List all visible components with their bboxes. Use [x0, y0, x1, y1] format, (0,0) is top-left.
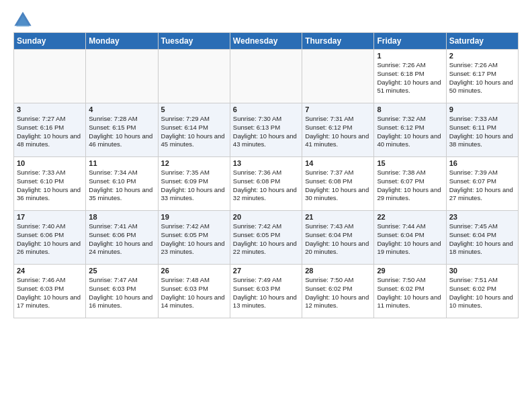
calendar-cell: 9Sunrise: 7:33 AM Sunset: 6:11 PM Daylig…	[446, 103, 518, 157]
day-info: Sunrise: 7:40 AM Sunset: 6:06 PM Dayligh…	[17, 222, 83, 257]
calendar-cell: 23Sunrise: 7:45 AM Sunset: 6:04 PM Dayli…	[446, 211, 518, 265]
calendar-cell	[158, 50, 230, 103]
day-info: Sunrise: 7:29 AM Sunset: 6:14 PM Dayligh…	[161, 115, 227, 149]
calendar-cell: 18Sunrise: 7:41 AM Sunset: 6:06 PM Dayli…	[86, 211, 158, 265]
day-info: Sunrise: 7:44 AM Sunset: 6:04 PM Dayligh…	[377, 222, 443, 257]
calendar-cell: 15Sunrise: 7:38 AM Sunset: 6:07 PM Dayli…	[374, 157, 446, 211]
day-number: 1	[377, 52, 443, 60]
day-number: 13	[233, 159, 299, 167]
day-number: 25	[89, 267, 154, 275]
day-number: 5	[161, 105, 227, 113]
day-number: 30	[449, 267, 515, 275]
calendar-cell: 28Sunrise: 7:50 AM Sunset: 6:02 PM Dayli…	[302, 265, 374, 318]
weekday-header-thursday: Thursday	[302, 33, 374, 50]
day-number: 2	[449, 52, 515, 60]
day-info: Sunrise: 7:47 AM Sunset: 6:03 PM Dayligh…	[89, 276, 154, 310]
calendar-cell: 22Sunrise: 7:44 AM Sunset: 6:04 PM Dayli…	[374, 211, 446, 265]
calendar-cell: 13Sunrise: 7:36 AM Sunset: 6:08 PM Dayli…	[230, 157, 302, 211]
day-info: Sunrise: 7:28 AM Sunset: 6:15 PM Dayligh…	[89, 115, 154, 149]
day-info: Sunrise: 7:50 AM Sunset: 6:02 PM Dayligh…	[377, 276, 443, 310]
calendar-cell: 8Sunrise: 7:32 AM Sunset: 6:12 PM Daylig…	[374, 103, 446, 157]
day-number: 7	[305, 105, 371, 113]
calendar-cell: 5Sunrise: 7:29 AM Sunset: 6:14 PM Daylig…	[158, 103, 230, 157]
weekday-header-sunday: Sunday	[14, 33, 86, 50]
day-number: 8	[377, 105, 443, 113]
day-info: Sunrise: 7:26 AM Sunset: 6:18 PM Dayligh…	[377, 61, 443, 95]
day-info: Sunrise: 7:36 AM Sunset: 6:08 PM Dayligh…	[233, 169, 299, 203]
day-number: 27	[233, 267, 299, 275]
calendar-cell: 25Sunrise: 7:47 AM Sunset: 6:03 PM Dayli…	[86, 265, 158, 318]
day-number: 24	[17, 267, 83, 275]
page: SundayMondayTuesdayWednesdayThursdayFrid…	[0, 0, 532, 325]
weekday-header-wednesday: Wednesday	[230, 33, 302, 50]
day-info: Sunrise: 7:48 AM Sunset: 6:03 PM Dayligh…	[161, 276, 227, 310]
day-number: 19	[161, 213, 227, 221]
day-number: 22	[377, 213, 443, 221]
day-number: 12	[161, 159, 227, 167]
day-info: Sunrise: 7:46 AM Sunset: 6:03 PM Dayligh…	[17, 276, 83, 310]
day-info: Sunrise: 7:30 AM Sunset: 6:13 PM Dayligh…	[233, 115, 299, 149]
day-info: Sunrise: 7:37 AM Sunset: 6:08 PM Dayligh…	[305, 169, 371, 203]
logo-icon	[13, 11, 32, 30]
calendar-cell: 16Sunrise: 7:39 AM Sunset: 6:07 PM Dayli…	[446, 157, 518, 211]
day-number: 14	[305, 159, 371, 167]
day-number: 21	[305, 213, 371, 221]
week-row-5: 24Sunrise: 7:46 AM Sunset: 6:03 PM Dayli…	[14, 265, 519, 318]
day-number: 17	[17, 213, 83, 221]
day-info: Sunrise: 7:49 AM Sunset: 6:03 PM Dayligh…	[233, 276, 299, 310]
calendar-cell: 14Sunrise: 7:37 AM Sunset: 6:08 PM Dayli…	[302, 157, 374, 211]
week-row-4: 17Sunrise: 7:40 AM Sunset: 6:06 PM Dayli…	[14, 211, 519, 265]
header	[13, 11, 519, 30]
day-info: Sunrise: 7:51 AM Sunset: 6:02 PM Dayligh…	[449, 276, 515, 310]
calendar-cell: 17Sunrise: 7:40 AM Sunset: 6:06 PM Dayli…	[14, 211, 86, 265]
day-info: Sunrise: 7:45 AM Sunset: 6:04 PM Dayligh…	[449, 222, 515, 257]
weekday-header-friday: Friday	[374, 33, 446, 50]
day-number: 23	[449, 213, 515, 221]
day-info: Sunrise: 7:33 AM Sunset: 6:11 PM Dayligh…	[449, 115, 515, 149]
day-info: Sunrise: 7:32 AM Sunset: 6:12 PM Dayligh…	[377, 115, 443, 149]
calendar-cell: 4Sunrise: 7:28 AM Sunset: 6:15 PM Daylig…	[86, 103, 158, 157]
day-number: 3	[17, 105, 83, 113]
week-row-2: 3Sunrise: 7:27 AM Sunset: 6:16 PM Daylig…	[14, 103, 519, 157]
weekday-header-row: SundayMondayTuesdayWednesdayThursdayFrid…	[14, 33, 519, 50]
day-number: 6	[233, 105, 299, 113]
day-number: 20	[233, 213, 299, 221]
calendar-cell: 2Sunrise: 7:26 AM Sunset: 6:17 PM Daylig…	[446, 50, 518, 103]
calendar-cell: 20Sunrise: 7:42 AM Sunset: 6:05 PM Dayli…	[230, 211, 302, 265]
calendar-cell: 6Sunrise: 7:30 AM Sunset: 6:13 PM Daylig…	[230, 103, 302, 157]
weekday-header-tuesday: Tuesday	[158, 33, 230, 50]
calendar-table: SundayMondayTuesdayWednesdayThursdayFrid…	[13, 32, 519, 318]
day-info: Sunrise: 7:42 AM Sunset: 6:05 PM Dayligh…	[233, 222, 299, 257]
week-row-3: 10Sunrise: 7:33 AM Sunset: 6:10 PM Dayli…	[14, 157, 519, 211]
weekday-header-saturday: Saturday	[446, 33, 518, 50]
day-number: 26	[161, 267, 227, 275]
calendar-cell: 21Sunrise: 7:43 AM Sunset: 6:04 PM Dayli…	[302, 211, 374, 265]
calendar-cell	[86, 50, 158, 103]
calendar-cell	[230, 50, 302, 103]
day-info: Sunrise: 7:42 AM Sunset: 6:05 PM Dayligh…	[161, 222, 227, 257]
day-info: Sunrise: 7:31 AM Sunset: 6:12 PM Dayligh…	[305, 115, 371, 149]
day-number: 11	[89, 159, 154, 167]
calendar-cell	[302, 50, 374, 103]
calendar-cell: 24Sunrise: 7:46 AM Sunset: 6:03 PM Dayli…	[14, 265, 86, 318]
day-number: 15	[377, 159, 443, 167]
day-number: 18	[89, 213, 154, 221]
day-number: 9	[449, 105, 515, 113]
calendar-cell: 30Sunrise: 7:51 AM Sunset: 6:02 PM Dayli…	[446, 265, 518, 318]
day-number: 10	[17, 159, 83, 167]
day-number: 16	[449, 159, 515, 167]
day-info: Sunrise: 7:34 AM Sunset: 6:10 PM Dayligh…	[89, 169, 154, 203]
calendar-cell: 27Sunrise: 7:49 AM Sunset: 6:03 PM Dayli…	[230, 265, 302, 318]
calendar-cell: 26Sunrise: 7:48 AM Sunset: 6:03 PM Dayli…	[158, 265, 230, 318]
day-info: Sunrise: 7:26 AM Sunset: 6:17 PM Dayligh…	[449, 61, 515, 95]
day-info: Sunrise: 7:33 AM Sunset: 6:10 PM Dayligh…	[17, 169, 83, 203]
day-info: Sunrise: 7:39 AM Sunset: 6:07 PM Dayligh…	[449, 169, 515, 203]
day-info: Sunrise: 7:50 AM Sunset: 6:02 PM Dayligh…	[305, 276, 371, 310]
calendar-cell: 10Sunrise: 7:33 AM Sunset: 6:10 PM Dayli…	[14, 157, 86, 211]
day-info: Sunrise: 7:27 AM Sunset: 6:16 PM Dayligh…	[17, 115, 83, 149]
calendar-cell: 29Sunrise: 7:50 AM Sunset: 6:02 PM Dayli…	[374, 265, 446, 318]
day-number: 28	[305, 267, 371, 275]
calendar-cell: 7Sunrise: 7:31 AM Sunset: 6:12 PM Daylig…	[302, 103, 374, 157]
calendar-cell: 11Sunrise: 7:34 AM Sunset: 6:10 PM Dayli…	[86, 157, 158, 211]
weekday-header-monday: Monday	[86, 33, 158, 50]
